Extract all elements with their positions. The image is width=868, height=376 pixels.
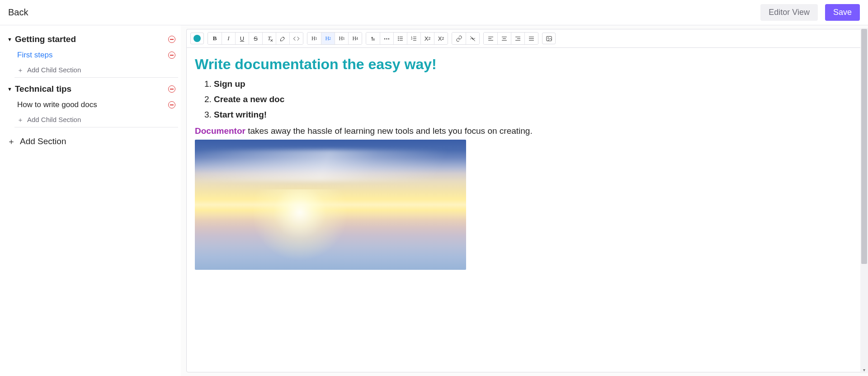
doc-heading: Write documentation the easy way! [195, 56, 857, 73]
align-group [483, 32, 538, 45]
text-color-button[interactable] [190, 33, 204, 44]
code-icon [293, 35, 300, 42]
scrollbar-thumb[interactable] [861, 29, 867, 264]
underline-button[interactable]: U [235, 33, 249, 44]
svg-point-1 [398, 38, 399, 38]
color-swatch-icon [193, 35, 201, 42]
hr-button[interactable]: ⋯ [380, 33, 393, 44]
plus-icon: ＋ [7, 137, 15, 146]
ordered-list-button[interactable]: 12 [407, 33, 420, 44]
svg-point-2 [398, 40, 399, 40]
doc-tagline: takes away the hassle of learning new to… [245, 126, 533, 136]
brand-name: Documentor [195, 126, 245, 136]
align-justify-button[interactable] [524, 33, 538, 44]
main-layout: ▼ Getting started First steps ＋ Add Chil… [0, 25, 868, 376]
remove-child-icon[interactable] [168, 101, 175, 108]
link-icon [456, 35, 462, 42]
align-left-button[interactable] [484, 33, 497, 44]
scroll-down-icon[interactable]: ▾ [860, 367, 868, 372]
align-center-icon [501, 35, 508, 42]
format-group: B I U S T✕ [208, 32, 303, 45]
sidebar-section-getting-started: ▼ Getting started First steps ＋ Add Chil… [5, 31, 178, 78]
doc-paragraph: Documentor takes away the hassle of lear… [195, 126, 857, 136]
svg-point-25 [547, 38, 548, 38]
svg-text:2: 2 [411, 38, 412, 40]
image-button[interactable] [542, 33, 556, 44]
unordered-list-button[interactable] [393, 33, 407, 44]
blockquote-button[interactable] [366, 33, 380, 44]
superscript-button[interactable]: X2 [434, 33, 448, 44]
sidebar-item-label: First steps [17, 51, 52, 60]
bold-button[interactable]: B [208, 33, 222, 44]
svg-point-0 [398, 37, 399, 37]
back-button[interactable]: Back [8, 7, 28, 18]
heading-group: H1 H2 H3 H4 [307, 32, 362, 45]
link-button[interactable] [452, 33, 466, 44]
plus-icon: ＋ [17, 67, 24, 73]
align-left-icon [487, 35, 494, 42]
add-child-section[interactable]: ＋ Add Child Section [14, 62, 178, 78]
align-center-button[interactable] [497, 33, 511, 44]
doc-image [195, 140, 466, 270]
unlink-button[interactable] [466, 33, 479, 44]
sidebar-item-label: How to write good docs [17, 100, 97, 109]
h2-button[interactable]: H2 [321, 33, 335, 44]
subscript-button[interactable]: X2 [420, 33, 434, 44]
image-icon [546, 35, 552, 42]
add-child-label: Add Child Section [27, 66, 81, 74]
caret-down-icon: ▼ [7, 37, 12, 42]
quote-icon [370, 35, 377, 42]
editor-toolbar: B I U S T✕ H1 H2 H3 H4 [186, 29, 865, 47]
strikethrough-button[interactable]: S [249, 33, 262, 44]
list-item: Sign up [214, 79, 857, 89]
editor-body[interactable]: Write documentation the easy way! Sign u… [186, 47, 865, 372]
section-header[interactable]: ▼ Getting started [5, 31, 178, 48]
list-item: Start writing! [214, 110, 857, 120]
highlight-icon [279, 35, 286, 42]
unlink-icon [469, 35, 476, 42]
align-right-button[interactable] [511, 33, 524, 44]
doc-steps-list: Sign up Create a new doc Start writing! [195, 79, 857, 120]
editor-view-button[interactable]: Editor View [760, 4, 818, 21]
svg-rect-24 [546, 36, 551, 41]
top-actions: Editor View Save [760, 4, 860, 21]
top-bar: Back Editor View Save [0, 0, 868, 25]
vertical-scrollbar[interactable]: ▾ [860, 28, 868, 373]
code-button[interactable] [289, 33, 303, 44]
sidebar-section-technical-tips: ▼ Technical tips How to write good docs … [5, 80, 178, 127]
editor-column: B I U S T✕ H1 H2 H3 H4 [181, 25, 868, 376]
highlight-button[interactable] [276, 33, 289, 44]
plus-icon: ＋ [17, 117, 24, 123]
block-group: ⋯ 12 X2 X2 [366, 32, 448, 45]
section-title: Technical tips [15, 84, 71, 94]
save-button[interactable]: Save [825, 4, 860, 21]
h3-button[interactable]: H3 [335, 33, 348, 44]
add-child-label: Add Child Section [27, 116, 81, 123]
editor-wrap: B I U S T✕ H1 H2 H3 H4 [186, 29, 865, 372]
align-right-icon [514, 35, 521, 42]
remove-section-icon[interactable] [168, 85, 175, 93]
caret-down-icon: ▼ [7, 86, 12, 92]
italic-button[interactable]: I [222, 33, 235, 44]
add-section-button[interactable]: ＋ Add Section [5, 130, 178, 153]
section-title: Getting started [15, 34, 76, 44]
add-child-section[interactable]: ＋ Add Child Section [14, 112, 178, 127]
sidebar-item-how-to-write[interactable]: How to write good docs [14, 98, 178, 112]
list-item: Create a new doc [214, 94, 857, 104]
h1-button[interactable]: H1 [307, 33, 321, 44]
link-group [452, 32, 480, 45]
ol-icon: 12 [410, 35, 417, 42]
align-justify-icon [528, 35, 535, 42]
remove-section-icon[interactable] [168, 36, 175, 43]
h4-button[interactable]: H4 [348, 33, 362, 44]
clear-format-button[interactable]: T✕ [262, 33, 276, 44]
sidebar-item-first-steps[interactable]: First steps [14, 48, 178, 62]
ul-icon [397, 35, 404, 42]
sidebar: ▼ Getting started First steps ＋ Add Chil… [0, 25, 181, 376]
add-section-label: Add Section [20, 136, 66, 146]
remove-child-icon[interactable] [168, 52, 175, 59]
section-header[interactable]: ▼ Technical tips [5, 80, 178, 98]
